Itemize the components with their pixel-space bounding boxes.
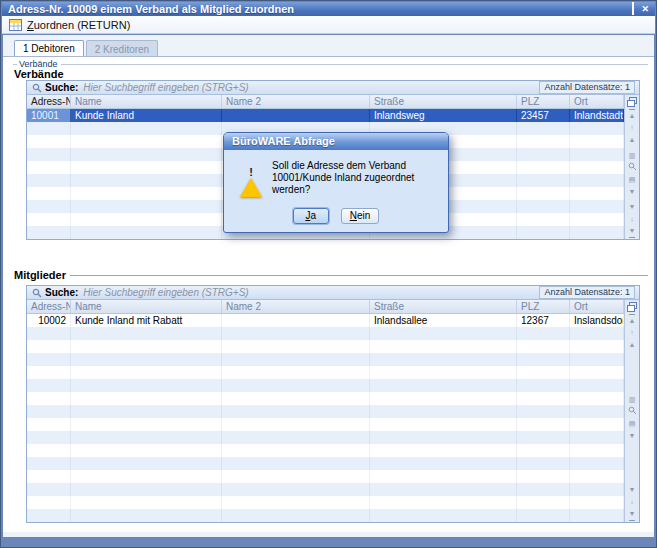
col-ort[interactable]: Ort bbox=[570, 300, 624, 313]
cell-ort: Inslandsdorf bbox=[570, 314, 624, 327]
verbaende-searchbar[interactable]: Suche: Hier Suchbegriff eingeben (STRG+S… bbox=[27, 81, 639, 95]
go-last-icon[interactable]: ▼ bbox=[629, 225, 636, 238]
table-row-empty[interactable] bbox=[27, 379, 624, 392]
filter-icon[interactable]: ▼ bbox=[629, 430, 636, 442]
dialog-message: Soll die Adresse dem Verband 10001/Kunde… bbox=[272, 160, 432, 196]
list-icon[interactable]: ▤ bbox=[629, 418, 636, 430]
col-plz[interactable]: PLZ bbox=[517, 300, 570, 313]
copy-table-icon[interactable] bbox=[627, 300, 637, 314]
cell-adress-nr: 10002 bbox=[27, 314, 71, 327]
verbaende-header-row[interactable]: Adress-Nr. Name Name 2 Straße PLZ Ort bbox=[27, 95, 624, 109]
step-down-icon[interactable]: ↓ bbox=[630, 213, 634, 225]
restore-button[interactable] bbox=[632, 4, 634, 14]
cell-name: Kunde Inland bbox=[71, 109, 222, 122]
nein-button[interactable]: Nein bbox=[341, 208, 380, 224]
col-adress-nr[interactable]: Adress-Nr. bbox=[27, 95, 71, 108]
col-plz[interactable]: PLZ bbox=[517, 95, 570, 108]
table-row-empty[interactable] bbox=[27, 366, 624, 379]
go-last-icon[interactable]: ▼ bbox=[629, 508, 636, 521]
table-row-empty[interactable] bbox=[27, 405, 624, 418]
tab-debitoren[interactable]: 1 Debitoren bbox=[14, 40, 84, 56]
col-strasse[interactable]: Straße bbox=[370, 95, 517, 108]
search-strip-icon[interactable] bbox=[628, 406, 637, 418]
verbaende-row-selected[interactable]: 10001 Kunde Inland Inlandsweg 23457 Inla… bbox=[27, 109, 624, 122]
table-row-empty[interactable] bbox=[27, 353, 624, 366]
search-icon bbox=[32, 83, 42, 93]
table-row-empty[interactable] bbox=[27, 418, 624, 431]
col-name2[interactable]: Name 2 bbox=[222, 300, 370, 313]
step-up-icon[interactable]: ↑ bbox=[630, 327, 634, 339]
step-up-icon[interactable]: ↑ bbox=[630, 122, 634, 134]
tab-kreditoren[interactable]: 2 Kreditoren bbox=[86, 40, 158, 56]
zuordnen-button[interactable]: Zuordnen (RETURN) bbox=[27, 19, 130, 31]
col-name[interactable]: Name bbox=[71, 300, 222, 313]
page-up-icon[interactable]: ▲ bbox=[629, 134, 636, 146]
page-down-icon[interactable]: ▼ bbox=[629, 201, 636, 213]
mitglieder-heading: Mitglieder bbox=[14, 269, 66, 281]
window-title: Adress-Nr. 10009 einem Verband als Mitgl… bbox=[8, 3, 625, 15]
search-label: Suche: bbox=[45, 287, 78, 298]
page-down-icon[interactable]: ▼ bbox=[629, 484, 636, 496]
mitglieder-row[interactable]: 10002 Kunde Inland mit Rabatt Inlandsall… bbox=[27, 314, 624, 327]
search-strip-icon[interactable] bbox=[628, 162, 637, 174]
cell-name: Kunde Inland mit Rabatt bbox=[71, 314, 222, 327]
columns-icon[interactable]: ▥ bbox=[629, 150, 636, 162]
cell-strasse: Inlandsallee bbox=[370, 314, 517, 327]
verbaende-groupbox-legend: Verbände bbox=[13, 59, 648, 69]
toolbar: Zuordnen (RETURN) bbox=[2, 16, 655, 34]
table-row-empty[interactable] bbox=[27, 431, 624, 444]
window-titlebar: Adress-Nr. 10009 einem Verband als Mitgl… bbox=[2, 2, 655, 16]
record-count-badge: Anzahl Datensätze: 1 bbox=[539, 81, 635, 94]
table-row-empty[interactable] bbox=[27, 457, 624, 470]
zuordnen-icon bbox=[9, 19, 22, 31]
record-count-badge: Anzahl Datensätze: 1 bbox=[539, 286, 635, 299]
dialog-titlebar[interactable]: BüroWARE Abfrage bbox=[224, 133, 448, 150]
search-icon bbox=[32, 288, 42, 298]
table-row-empty[interactable] bbox=[27, 327, 624, 340]
content-area: 1 Debitoren 2 Kreditoren Verbände Verbän… bbox=[3, 35, 654, 537]
step-down-icon[interactable]: ↓ bbox=[630, 496, 634, 508]
columns-icon[interactable]: ▥ bbox=[629, 394, 636, 406]
close-icon: ✕ bbox=[641, 4, 649, 14]
copy-table-icon[interactable] bbox=[627, 95, 637, 109]
filter-icon[interactable]: ▼ bbox=[629, 186, 636, 198]
search-input[interactable]: Hier Suchbegriff eingeben (STRG+S) bbox=[83, 82, 539, 93]
mitglieder-grid: Adress-Nr. Name Name 2 Straße PLZ Ort 10… bbox=[27, 300, 624, 522]
close-button[interactable]: ✕ bbox=[641, 4, 649, 14]
col-ort[interactable]: Ort bbox=[570, 95, 624, 108]
list-icon[interactable]: ▤ bbox=[629, 174, 636, 186]
table-row-empty[interactable] bbox=[27, 509, 624, 522]
cell-strasse: Inlandsweg bbox=[370, 109, 517, 122]
col-adress-nr[interactable]: Adress-Nr. bbox=[27, 300, 71, 313]
table-row-empty[interactable] bbox=[27, 340, 624, 353]
go-first-icon[interactable]: ▲ bbox=[629, 314, 636, 327]
table-row-empty[interactable] bbox=[27, 483, 624, 496]
bueroware-abfrage-dialog: BüroWARE Abfrage ! Soll die Adresse dem … bbox=[223, 132, 449, 233]
search-input[interactable]: Hier Suchbegriff eingeben (STRG+S) bbox=[83, 287, 539, 298]
table-row-empty[interactable] bbox=[27, 470, 624, 483]
ja-button[interactable]: Ja bbox=[293, 208, 329, 224]
mitglieder-header-row[interactable]: Adress-Nr. Name Name 2 Straße PLZ Ort bbox=[27, 300, 624, 314]
search-label: Suche: bbox=[45, 82, 78, 93]
application-window: Adress-Nr. 10009 einem Verband als Mitgl… bbox=[0, 0, 657, 548]
col-name[interactable]: Name bbox=[71, 95, 222, 108]
table-row-empty[interactable] bbox=[27, 496, 624, 509]
tab-page-debitoren: Verbände Verbände Suche: Hier Suchbegrif… bbox=[3, 56, 654, 532]
cell-ort: Inlandstadt bbox=[570, 109, 624, 122]
mitglieder-heading-row: Mitglieder bbox=[14, 269, 648, 281]
cell-plz: 23457 bbox=[517, 109, 570, 122]
table-row-empty[interactable] bbox=[27, 444, 624, 457]
mitglieder-table: Suche: Hier Suchbegriff eingeben (STRG+S… bbox=[26, 285, 640, 523]
page-up-icon[interactable]: ▲ bbox=[629, 339, 636, 351]
warning-icon: ! bbox=[240, 161, 262, 180]
table-row-empty[interactable] bbox=[27, 392, 624, 405]
go-first-icon[interactable]: ▲ bbox=[629, 109, 636, 122]
cell-name2 bbox=[222, 314, 370, 327]
cell-name2 bbox=[222, 109, 370, 122]
col-strasse[interactable]: Straße bbox=[370, 300, 517, 313]
restore-icon bbox=[632, 2, 634, 15]
col-name2[interactable]: Name 2 bbox=[222, 95, 370, 108]
tab-bar: 1 Debitoren 2 Kreditoren bbox=[14, 40, 160, 56]
mitglieder-searchbar[interactable]: Suche: Hier Suchbegriff eingeben (STRG+S… bbox=[27, 286, 639, 300]
cell-plz: 12367 bbox=[517, 314, 570, 327]
